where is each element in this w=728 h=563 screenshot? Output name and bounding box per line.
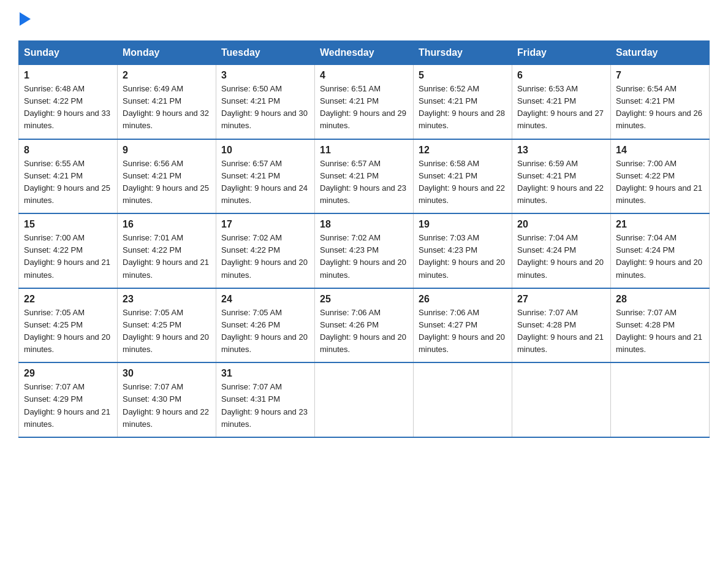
day-info: Sunrise: 7:04 AMSunset: 4:24 PMDaylight:…	[616, 233, 702, 279]
day-number: 7	[616, 70, 704, 81]
day-info: Sunrise: 7:04 AMSunset: 4:24 PMDaylight:…	[517, 233, 604, 279]
day-number: 8	[24, 145, 112, 156]
day-info: Sunrise: 7:05 AMSunset: 4:25 PMDaylight:…	[24, 308, 110, 354]
calendar-cell: 26 Sunrise: 7:06 AMSunset: 4:27 PMDaylig…	[414, 288, 512, 363]
day-number: 11	[320, 145, 408, 156]
day-info: Sunrise: 6:57 AMSunset: 4:21 PMDaylight:…	[320, 159, 406, 205]
day-info: Sunrise: 7:06 AMSunset: 4:27 PMDaylight:…	[419, 308, 505, 354]
calendar-week-4: 22 Sunrise: 7:05 AMSunset: 4:25 PMDaylig…	[19, 288, 710, 363]
day-info: Sunrise: 6:56 AMSunset: 4:21 PMDaylight:…	[123, 159, 209, 205]
calendar-cell: 27 Sunrise: 7:07 AMSunset: 4:28 PMDaylig…	[512, 288, 611, 363]
day-number: 30	[123, 368, 211, 379]
calendar-cell	[512, 362, 611, 437]
calendar-cell: 31 Sunrise: 7:07 AMSunset: 4:31 PMDaylig…	[216, 362, 315, 437]
calendar-week-3: 15 Sunrise: 7:00 AMSunset: 4:22 PMDaylig…	[19, 213, 710, 288]
calendar-cell: 10 Sunrise: 6:57 AMSunset: 4:21 PMDaylig…	[216, 139, 315, 214]
calendar-cell: 16 Sunrise: 7:01 AMSunset: 4:22 PMDaylig…	[118, 213, 216, 288]
day-number: 29	[24, 368, 112, 379]
calendar-cell	[611, 362, 710, 437]
day-info: Sunrise: 7:07 AMSunset: 4:31 PMDaylight:…	[221, 382, 308, 428]
day-number: 1	[24, 70, 112, 81]
calendar-week-2: 8 Sunrise: 6:55 AMSunset: 4:21 PMDayligh…	[19, 139, 710, 214]
day-number: 27	[517, 294, 605, 305]
day-number: 28	[616, 294, 704, 305]
day-info: Sunrise: 6:59 AMSunset: 4:21 PMDaylight:…	[517, 159, 604, 205]
day-number: 14	[616, 145, 704, 156]
day-info: Sunrise: 6:51 AMSunset: 4:21 PMDaylight:…	[320, 84, 406, 130]
page-header	[18, 12, 710, 28]
day-info: Sunrise: 7:06 AMSunset: 4:26 PMDaylight:…	[320, 308, 406, 354]
day-info: Sunrise: 6:55 AMSunset: 4:21 PMDaylight:…	[24, 159, 110, 205]
day-info: Sunrise: 7:00 AMSunset: 4:22 PMDaylight:…	[24, 233, 110, 279]
day-info: Sunrise: 7:03 AMSunset: 4:23 PMDaylight:…	[419, 233, 505, 279]
day-info: Sunrise: 7:07 AMSunset: 4:29 PMDaylight:…	[24, 382, 110, 428]
day-number: 26	[419, 294, 507, 305]
day-number: 5	[419, 70, 507, 81]
calendar-cell: 19 Sunrise: 7:03 AMSunset: 4:23 PMDaylig…	[414, 213, 512, 288]
calendar-cell: 5 Sunrise: 6:52 AMSunset: 4:21 PMDayligh…	[414, 65, 512, 139]
day-info: Sunrise: 6:53 AMSunset: 4:21 PMDaylight:…	[517, 84, 604, 130]
column-header-sunday: Sunday	[19, 41, 118, 65]
day-info: Sunrise: 6:57 AMSunset: 4:21 PMDaylight:…	[221, 159, 308, 205]
day-info: Sunrise: 6:52 AMSunset: 4:21 PMDaylight:…	[419, 84, 505, 130]
column-header-friday: Friday	[512, 41, 611, 65]
day-info: Sunrise: 7:00 AMSunset: 4:22 PMDaylight:…	[616, 159, 702, 205]
column-header-wednesday: Wednesday	[315, 41, 414, 65]
day-number: 31	[221, 368, 309, 379]
day-number: 10	[221, 145, 309, 156]
day-info: Sunrise: 6:54 AMSunset: 4:21 PMDaylight:…	[616, 84, 702, 130]
day-number: 9	[123, 145, 211, 156]
day-info: Sunrise: 6:49 AMSunset: 4:21 PMDaylight:…	[123, 84, 209, 130]
calendar-cell: 2 Sunrise: 6:49 AMSunset: 4:21 PMDayligh…	[118, 65, 216, 139]
day-number: 2	[123, 70, 211, 81]
calendar-cell: 29 Sunrise: 7:07 AMSunset: 4:29 PMDaylig…	[19, 362, 118, 437]
calendar-cell: 9 Sunrise: 6:56 AMSunset: 4:21 PMDayligh…	[118, 139, 216, 214]
day-info: Sunrise: 7:05 AMSunset: 4:25 PMDaylight:…	[123, 308, 209, 354]
calendar-cell: 22 Sunrise: 7:05 AMSunset: 4:25 PMDaylig…	[19, 288, 118, 363]
calendar-week-1: 1 Sunrise: 6:48 AMSunset: 4:22 PMDayligh…	[19, 65, 710, 139]
calendar-cell: 20 Sunrise: 7:04 AMSunset: 4:24 PMDaylig…	[512, 213, 611, 288]
calendar-cell: 21 Sunrise: 7:04 AMSunset: 4:24 PMDaylig…	[611, 213, 710, 288]
day-info: Sunrise: 7:07 AMSunset: 4:30 PMDaylight:…	[123, 382, 209, 428]
day-info: Sunrise: 7:02 AMSunset: 4:22 PMDaylight:…	[221, 233, 308, 279]
calendar-cell: 12 Sunrise: 6:58 AMSunset: 4:21 PMDaylig…	[414, 139, 512, 214]
day-number: 18	[320, 219, 408, 230]
logo	[18, 12, 31, 28]
day-number: 21	[616, 219, 704, 230]
svg-marker-0	[20, 12, 31, 26]
day-info: Sunrise: 6:48 AMSunset: 4:22 PMDaylight:…	[24, 84, 110, 130]
day-number: 22	[24, 294, 112, 305]
calendar-week-5: 29 Sunrise: 7:07 AMSunset: 4:29 PMDaylig…	[19, 362, 710, 437]
calendar-cell: 8 Sunrise: 6:55 AMSunset: 4:21 PMDayligh…	[19, 139, 118, 214]
day-number: 19	[419, 219, 507, 230]
day-info: Sunrise: 6:58 AMSunset: 4:21 PMDaylight:…	[419, 159, 505, 205]
calendar-table: SundayMondayTuesdayWednesdayThursdayFrid…	[18, 40, 710, 438]
calendar-cell: 24 Sunrise: 7:05 AMSunset: 4:26 PMDaylig…	[216, 288, 315, 363]
day-number: 17	[221, 219, 309, 230]
column-header-thursday: Thursday	[414, 41, 512, 65]
calendar-cell: 6 Sunrise: 6:53 AMSunset: 4:21 PMDayligh…	[512, 65, 611, 139]
day-info: Sunrise: 7:07 AMSunset: 4:28 PMDaylight:…	[517, 308, 604, 354]
calendar-cell: 17 Sunrise: 7:02 AMSunset: 4:22 PMDaylig…	[216, 213, 315, 288]
day-info: Sunrise: 7:07 AMSunset: 4:28 PMDaylight:…	[616, 308, 702, 354]
day-number: 13	[517, 145, 605, 156]
calendar-cell: 4 Sunrise: 6:51 AMSunset: 4:21 PMDayligh…	[315, 65, 414, 139]
calendar-cell: 25 Sunrise: 7:06 AMSunset: 4:26 PMDaylig…	[315, 288, 414, 363]
day-info: Sunrise: 7:05 AMSunset: 4:26 PMDaylight:…	[221, 308, 308, 354]
day-number: 3	[221, 70, 309, 81]
calendar-header-row: SundayMondayTuesdayWednesdayThursdayFrid…	[19, 41, 710, 65]
day-number: 25	[320, 294, 408, 305]
day-number: 20	[517, 219, 605, 230]
day-info: Sunrise: 7:01 AMSunset: 4:22 PMDaylight:…	[123, 233, 209, 279]
calendar-cell: 1 Sunrise: 6:48 AMSunset: 4:22 PMDayligh…	[19, 65, 118, 139]
calendar-cell: 14 Sunrise: 7:00 AMSunset: 4:22 PMDaylig…	[611, 139, 710, 214]
calendar-cell: 28 Sunrise: 7:07 AMSunset: 4:28 PMDaylig…	[611, 288, 710, 363]
logo-arrow-icon	[20, 12, 31, 26]
day-number: 24	[221, 294, 309, 305]
calendar-cell: 23 Sunrise: 7:05 AMSunset: 4:25 PMDaylig…	[118, 288, 216, 363]
column-header-tuesday: Tuesday	[216, 41, 315, 65]
calendar-cell: 7 Sunrise: 6:54 AMSunset: 4:21 PMDayligh…	[611, 65, 710, 139]
calendar-cell: 15 Sunrise: 7:00 AMSunset: 4:22 PMDaylig…	[19, 213, 118, 288]
column-header-saturday: Saturday	[611, 41, 710, 65]
calendar-cell	[414, 362, 512, 437]
